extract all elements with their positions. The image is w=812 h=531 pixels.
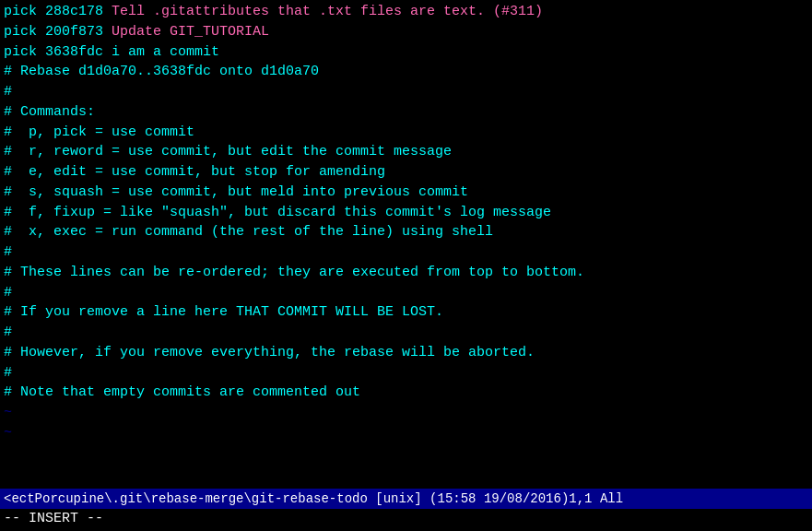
editor-line: ~ bbox=[4, 423, 808, 443]
editor-line: # f, fixup = like "squash", but discard … bbox=[4, 203, 808, 223]
editor-line: # e, edit = use commit, but stop for ame… bbox=[4, 162, 808, 183]
editor-line: ~ bbox=[4, 403, 808, 423]
editor-line: # bbox=[4, 242, 808, 263]
editor-line: # Commands: bbox=[4, 102, 808, 123]
editor-line: # bbox=[4, 283, 808, 303]
modeline: -- INSERT -- bbox=[0, 509, 812, 529]
editor-line: # Rebase d1d0a70..3638fdc onto d1d0a70 bbox=[4, 62, 808, 82]
editor-line: # p, pick = use commit bbox=[4, 123, 808, 143]
editor-line: # If you remove a line here THAT COMMIT … bbox=[4, 302, 808, 323]
editor-line: # Note that empty commits are commented … bbox=[4, 383, 808, 403]
editor-line: # These lines can be re-ordered; they ar… bbox=[4, 263, 808, 283]
editor-line: # bbox=[4, 363, 808, 384]
editor-line: # bbox=[4, 323, 808, 343]
editor-line: # s, squash = use commit, but meld into … bbox=[4, 183, 808, 203]
editor-line: pick 200f873 Update GIT_TUTORIAL bbox=[4, 22, 808, 42]
editor[interactable]: pick 288c178 Tell .gitattributes that .t… bbox=[0, 0, 812, 489]
editor-line: pick 288c178 Tell .gitattributes that .t… bbox=[4, 2, 808, 22]
statusbar: <ectPorcupine\.git\rebase-merge\git-reba… bbox=[0, 489, 812, 509]
editor-line: # r, reword = use commit, but edit the c… bbox=[4, 142, 808, 162]
editor-line: pick 3638fdc i am a commit bbox=[4, 42, 808, 63]
editor-line: # However, if you remove everything, the… bbox=[4, 343, 808, 363]
editor-line: # bbox=[4, 82, 808, 102]
editor-line: # x, exec = run command (the rest of the… bbox=[4, 222, 808, 242]
